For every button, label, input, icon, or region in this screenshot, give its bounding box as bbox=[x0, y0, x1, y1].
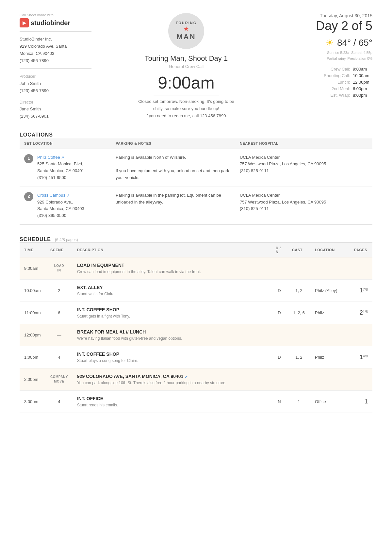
locations-title: LOCATIONS bbox=[20, 132, 372, 138]
weather-sun-icon: ☀ bbox=[326, 37, 334, 48]
schedule-row-company-move: 2:00pm COMPANYMOVE 929 COLORADO AVE, SAN… bbox=[20, 368, 372, 390]
date-heading: Tuesday, August 30, 2015 bbox=[281, 13, 372, 18]
producer-phone: (123) 456-7890 bbox=[20, 87, 91, 94]
schedule-table: TIME SCENE DESCRIPTION D / N CAST LOCATI… bbox=[20, 242, 372, 413]
location-3pm: Office bbox=[310, 390, 350, 413]
header-center: TOURING ★ MAN Touring Man, Shoot Day 1 G… bbox=[121, 13, 252, 120]
producer-role: Producer bbox=[20, 73, 91, 80]
director-phone: (234) 567-8901 bbox=[20, 113, 91, 120]
wrap-row: Est. Wrap: 8:00pm bbox=[281, 93, 372, 98]
company-phone: (123) 456-7890 bbox=[20, 57, 91, 64]
crew-call-value: 9:00am bbox=[353, 67, 372, 72]
producer-name: John Smith bbox=[20, 80, 91, 87]
external-link-icon-move[interactable]: ↗ bbox=[185, 375, 188, 379]
weather-sun-times: Sunrise 5:23a Sunset 4:55p bbox=[281, 50, 372, 56]
time-9am: 9:00am bbox=[20, 257, 46, 279]
pages-10am: 17/8 bbox=[350, 279, 372, 302]
project-subtitle: General Crew Call bbox=[121, 64, 252, 69]
scene-4b: 4 bbox=[46, 390, 73, 413]
cast-3pm: 1 bbox=[287, 390, 310, 413]
loc-hospital-2: UCLA Medica Center 757 Westwood Plaza, L… bbox=[235, 187, 372, 224]
desc-3pm: INT. OFFICE Stuart reads his emails. bbox=[73, 390, 271, 413]
dn-10am: D bbox=[271, 279, 287, 302]
desc-11am: INT. COFFEE SHOP Stuart gets in a fight … bbox=[73, 302, 271, 324]
loc-parking-2: Parking is available in the parking lot.… bbox=[111, 187, 235, 224]
shooting-call-row: Shooting Call: 10:00am bbox=[281, 73, 372, 78]
desc-10am: EXT. ALLEY Stuart waits for Claire. bbox=[73, 279, 271, 302]
locations-section: LOCATIONS SET LOCATION PARKING & NOTES N… bbox=[20, 132, 372, 225]
schedule-row-1pm: 1:00pm 4 INT. COFFEE SHOP Stuart plays a… bbox=[20, 346, 372, 368]
location-row: 1 Philz Coffee ↗ 525 Santa Monica, Blvd,… bbox=[20, 149, 372, 187]
time-1pm: 1:00pm bbox=[20, 346, 46, 368]
col-desc-header: DESCRIPTION bbox=[73, 242, 271, 257]
day-heading: Day 2 of 5 bbox=[281, 20, 372, 32]
loc-name-2: Cross Campus ↗ bbox=[37, 192, 84, 199]
desc-lunch: BREAK FOR MEAL #1 // LUNCH We're having … bbox=[73, 324, 372, 346]
crew-call-label: Crew Call: bbox=[331, 67, 350, 72]
external-link-icon-2[interactable]: ↗ bbox=[67, 193, 70, 197]
loc-cell-1: 1 Philz Coffee ↗ 525 Santa Monica, Blvd,… bbox=[20, 149, 111, 187]
col-parking: PARKING & NOTES bbox=[111, 138, 235, 149]
page-header: Call Sheet made with ▶ studiobinder Stud… bbox=[20, 13, 372, 120]
loc-address2-2: Santa Monica, CA 90403 bbox=[37, 205, 84, 212]
loc-cell-2: 2 Cross Campus ↗ 929 Colorado Ave., Sant… bbox=[20, 187, 111, 224]
desc-company-move: 929 COLORADO AVE, SANTA MONICA, CA 90401… bbox=[73, 368, 372, 390]
desc-load-in: LOAD IN EQUIPMENT Crew can load in equip… bbox=[73, 257, 372, 279]
company-name: StudioBinder Inc. bbox=[20, 36, 91, 43]
schedule-row-lunch: 12:00pm — BREAK FOR MEAL #1 // LUNCH We'… bbox=[20, 324, 372, 346]
pages-3pm: 1 bbox=[350, 390, 372, 413]
cast-10am: 1, 2 bbox=[287, 279, 310, 302]
company-info: StudioBinder Inc. 929 Colorado Ave. Sant… bbox=[20, 36, 91, 64]
shooting-call-label: Shooting Call: bbox=[324, 73, 350, 78]
company-address2: Monica, CA 90403 bbox=[20, 50, 91, 57]
loc-number-2: 2 bbox=[24, 192, 33, 201]
location-10am: Philz (Alley) bbox=[310, 279, 350, 302]
loc-phone-2: (310) 395-3500 bbox=[37, 212, 84, 219]
schedule-row-10am: 10:00am 2 EXT. ALLEY Stuart waits for Cl… bbox=[20, 279, 372, 302]
cast-1pm: 1, 2 bbox=[287, 346, 310, 368]
location-11am: Philz bbox=[310, 302, 350, 324]
schedule-section: SCHEDULE (6 4/8 pages) TIME SCENE DESCRI… bbox=[20, 237, 372, 413]
weather-row: ☀ 84° / 65° bbox=[281, 37, 372, 48]
logo-text: studiobinder bbox=[31, 19, 70, 27]
made-with-label: Call Sheet made with bbox=[20, 13, 91, 17]
wrap-value: 8:00pm bbox=[353, 93, 372, 98]
time-12pm: 12:00pm bbox=[20, 324, 46, 346]
project-notes: Closed set tomorrow. Non-smoking. It's g… bbox=[121, 98, 252, 120]
producer-info: Producer John Smith (123) 456-7890 bbox=[20, 73, 91, 94]
project-logo-bottom: MAN bbox=[176, 33, 196, 41]
scene-6: 6 bbox=[46, 302, 73, 324]
header-left: Call Sheet made with ▶ studiobinder Stud… bbox=[20, 13, 91, 120]
schedule-row-3pm: 3:00pm 4 INT. OFFICE Stuart reads his em… bbox=[20, 390, 372, 413]
pages-11am: 21/8 bbox=[350, 302, 372, 324]
pages-1pm: 14/8 bbox=[350, 346, 372, 368]
scene-lunch: — bbox=[46, 324, 73, 346]
locations-table: SET LOCATION PARKING & NOTES NEAREST HOS… bbox=[20, 138, 372, 225]
scene-company-move: COMPANYMOVE bbox=[46, 368, 73, 390]
schedule-title-row: SCHEDULE (6 4/8 pages) bbox=[20, 237, 372, 242]
lunch-label: Lunch: bbox=[337, 80, 350, 85]
external-link-icon-1[interactable]: ↗ bbox=[61, 155, 64, 159]
col-scene-header: SCENE bbox=[46, 242, 73, 257]
weather-details: Sunrise 5:23a Sunset 4:55p Partial rainy… bbox=[281, 50, 372, 61]
loc-name-1: Philz Coffee ↗ bbox=[37, 154, 84, 161]
shooting-call-value: 10:00am bbox=[353, 73, 372, 78]
schedule-times: Crew Call: 9:00am Shooting Call: 10:00am… bbox=[281, 67, 372, 98]
second-meal-value: 6:00pm bbox=[353, 86, 372, 91]
loc-address1-1: 525 Santa Monica, Blvd, bbox=[37, 161, 84, 168]
location-1pm: Philz bbox=[310, 346, 350, 368]
desc-1pm: INT. COFFEE SHOP Stuart plays a song son… bbox=[73, 346, 271, 368]
scene-load-in: LOADIN bbox=[46, 257, 73, 279]
logo-icon: ▶ bbox=[20, 18, 29, 27]
dn-3pm: N bbox=[271, 390, 287, 413]
project-logo-star: ★ bbox=[183, 25, 189, 33]
time-10am: 10:00am bbox=[20, 279, 46, 302]
col-pages-header: PAGES bbox=[350, 242, 372, 257]
scene-4a: 4 bbox=[46, 346, 73, 368]
col-dn-header: D / N bbox=[271, 242, 287, 257]
loc-hospital-1: UCLA Medica Center 757 Westwood Plaza, L… bbox=[235, 149, 372, 187]
dn-1pm: D bbox=[271, 346, 287, 368]
director-name: Jane Smith bbox=[20, 106, 91, 113]
company-address1: 929 Colorado Ave. Santa bbox=[20, 43, 91, 50]
project-title: Touring Man, Shoot Day 1 bbox=[121, 54, 252, 63]
